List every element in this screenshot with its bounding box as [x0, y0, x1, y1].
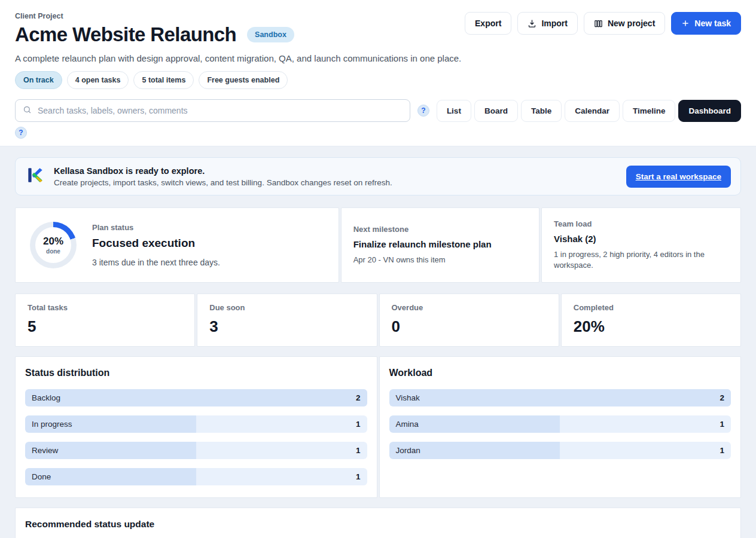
- status-pill-on-track: On track: [15, 71, 62, 89]
- plan-status-title: Focused execution: [92, 237, 220, 250]
- status-pill-open-tasks: 4 open tasks: [67, 71, 129, 89]
- tab-board[interactable]: Board: [474, 100, 518, 122]
- plan-status-subtitle: 3 items due in the next three days.: [92, 258, 220, 267]
- banner-title: Kellasa Sandbox is ready to explore.: [54, 166, 392, 176]
- bar-value: 2: [356, 389, 361, 406]
- sandbox-badge: Sandbox: [247, 27, 294, 42]
- plan-status-card: 20% done Plan status Focused execution 3…: [15, 207, 339, 283]
- stat-completed: Completed 20%: [561, 294, 741, 347]
- team-load-title: Vishak (2): [554, 234, 728, 244]
- status-pills: On track 4 open tasks 5 total items Free…: [15, 71, 741, 89]
- team-load-subtitle: 1 in progress, 2 high priority, 4 editor…: [554, 249, 728, 270]
- stat-label: Overdue: [392, 303, 547, 312]
- dashboard-main: Kellasa Sandbox is ready to explore. Cre…: [0, 146, 756, 538]
- tab-table[interactable]: Table: [521, 100, 562, 122]
- breadcrumb: Client Project: [15, 12, 294, 20]
- stat-total-tasks: Total tasks 5: [15, 294, 195, 347]
- search-box[interactable]: [15, 99, 410, 122]
- help-icon[interactable]: ?: [15, 127, 27, 139]
- plus-icon: [681, 19, 690, 27]
- tab-dashboard[interactable]: Dashboard: [678, 100, 741, 122]
- stat-due-soon: Due soon 3: [197, 294, 377, 347]
- stat-value: 3: [209, 317, 364, 336]
- export-button[interactable]: Export: [465, 12, 511, 35]
- workload-bars: Vishak 2 Amina 1 Jordan 1: [389, 389, 731, 459]
- sandbox-banner: Kellasa Sandbox is ready to explore. Cre…: [15, 157, 741, 195]
- page-title: Acme Website Relaunch: [15, 23, 236, 46]
- search-input[interactable]: [36, 105, 403, 116]
- recommendation-title: Recommended status update: [25, 519, 731, 530]
- banner-subtitle: Create projects, import tasks, switch vi…: [54, 178, 392, 187]
- tab-list[interactable]: List: [437, 100, 471, 122]
- header-actions: Export Import New project New task: [465, 12, 741, 35]
- bar-label: Review: [32, 442, 58, 459]
- import-button-label: Import: [541, 19, 568, 28]
- stat-label: Completed: [574, 303, 728, 312]
- plan-status-label: Plan status: [92, 223, 220, 232]
- stat-overdue: Overdue 0: [379, 294, 559, 347]
- new-task-button[interactable]: New task: [671, 12, 741, 35]
- project-description: A complete relaunch plan with design app…: [15, 53, 741, 63]
- kellasa-logo: [25, 165, 45, 188]
- bar-row-jordan: Jordan 1: [389, 442, 731, 459]
- chart-title: Status distribution: [25, 368, 367, 378]
- team-load-label: Team load: [554, 219, 728, 228]
- bar-label: In progress: [32, 415, 72, 433]
- tab-timeline[interactable]: Timeline: [623, 100, 676, 122]
- bar-row-vishak: Vishak 2: [389, 389, 731, 406]
- bar-row-amina: Amina 1: [389, 415, 731, 433]
- next-milestone-subtitle: Apr 20 - VN owns this item: [353, 255, 527, 265]
- status-distribution-card: Status distribution Backlog 2 In progres…: [15, 356, 377, 498]
- chart-title: Workload: [389, 368, 731, 378]
- stat-value: 0: [392, 317, 547, 336]
- bar-row-review: Review 1: [25, 442, 367, 459]
- bar-value: 1: [356, 468, 361, 485]
- heading-block: Client Project Acme Website Relaunch San…: [15, 12, 294, 46]
- download-icon: [528, 19, 536, 28]
- plan-progress-donut: 20% done: [30, 222, 77, 268]
- board-columns-icon: [594, 19, 603, 28]
- bar-label: Jordan: [396, 442, 420, 459]
- search-icon: [23, 105, 32, 117]
- workload-card: Workload Vishak 2 Amina 1 Jordan 1: [379, 356, 742, 498]
- plan-progress-center: 20% done: [35, 227, 71, 263]
- plan-progress-caption: done: [46, 248, 60, 255]
- next-milestone-title: Finalize relaunch milestone plan: [353, 239, 527, 249]
- stats-row: Total tasks 5 Due soon 3 Overdue 0 Compl…: [15, 294, 741, 347]
- stat-label: Due soon: [209, 303, 364, 312]
- team-load-card: Team load Vishak (2) 1 in progress, 2 hi…: [541, 207, 741, 283]
- bar-row-backlog: Backlog 2: [25, 389, 367, 406]
- import-button[interactable]: Import: [517, 12, 578, 35]
- next-milestone-card: Next milestone Finalize relaunch milesto…: [341, 207, 539, 283]
- new-project-button[interactable]: New project: [584, 12, 665, 35]
- start-workspace-button[interactable]: Start a real workspace: [626, 166, 731, 188]
- bar-row-in-progress: In progress 1: [25, 415, 367, 433]
- new-task-button-label: New task: [694, 19, 731, 28]
- stat-label: Total tasks: [28, 303, 182, 312]
- bar-row-done: Done 1: [25, 468, 367, 485]
- banner-text: Kellasa Sandbox is ready to explore. Cre…: [54, 166, 392, 187]
- bar-fill: [25, 389, 367, 406]
- stat-value: 20%: [574, 317, 728, 336]
- status-pill-total-items: 5 total items: [133, 71, 194, 89]
- new-project-button-label: New project: [608, 19, 655, 28]
- bar-value: 1: [356, 415, 361, 433]
- plan-status-text: Plan status Focused execution 3 items du…: [92, 223, 220, 267]
- bar-value: 1: [356, 442, 361, 459]
- plan-progress-percent: 20%: [43, 236, 63, 247]
- recommendation-card: Recommended status update Project has 2 …: [15, 508, 741, 538]
- export-button-label: Export: [475, 19, 501, 28]
- stat-value: 5: [28, 317, 182, 336]
- bar-label: Vishak: [396, 389, 420, 406]
- bar-label: Amina: [396, 415, 419, 433]
- bar-value: 1: [720, 442, 724, 459]
- tab-calendar[interactable]: Calendar: [565, 100, 620, 122]
- bar-label: Backlog: [32, 389, 60, 406]
- bar-fill: [389, 389, 731, 406]
- bar-value: 2: [720, 389, 724, 406]
- status-pill-free-guests: Free guests enabled: [199, 71, 288, 89]
- status-distribution-bars: Backlog 2 In progress 1 Review 1 Done 1: [25, 389, 367, 485]
- view-switcher: List Board Table Calendar Timeline Dashb…: [437, 100, 741, 122]
- search-help-icon[interactable]: ?: [417, 105, 429, 117]
- page-header: Client Project Acme Website Relaunch San…: [0, 0, 756, 146]
